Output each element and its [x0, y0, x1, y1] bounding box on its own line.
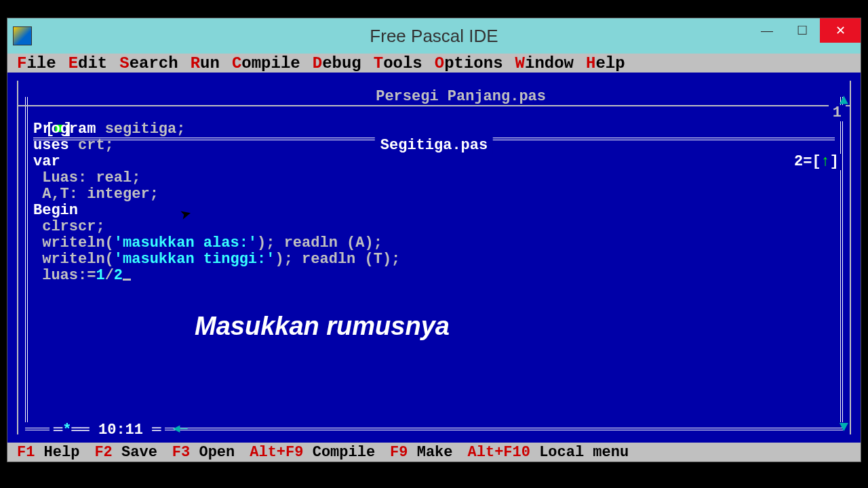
background-tab-label: Persegi Panjang.pas [370, 88, 551, 105]
text-cursor [123, 279, 131, 281]
menu-edit[interactable]: Edit [68, 54, 108, 73]
code-token: crt; [78, 137, 114, 154]
code-token: ; [176, 121, 185, 138]
menu-compile[interactable]: Compile [232, 54, 300, 73]
code-token: / [105, 267, 114, 284]
window-controls: — ☐ ✕ [749, 18, 861, 43]
close-button[interactable]: ✕ [820, 18, 861, 43]
code-token: uses [33, 137, 78, 154]
code-token: segitiga [105, 121, 177, 138]
code-token: ); readln (T); [275, 251, 400, 268]
titlebar[interactable]: Free Pascal IDE — ☐ ✕ [7, 18, 861, 54]
code-token: writeln( [33, 235, 114, 251]
menu-run[interactable]: Run [191, 54, 220, 73]
code-line: Luas: real; [33, 169, 140, 186]
code-number: 2 [114, 267, 123, 284]
overlay-caption: Masukkan rumusnya [195, 318, 450, 334]
menu-window[interactable]: Window [515, 54, 574, 73]
app-window: Free Pascal IDE — ☐ ✕ File Edit Search R… [7, 18, 861, 462]
editor-area[interactable]: Persegi Panjang.pas 1 [■] Segitiga.pas 2… [7, 73, 861, 443]
maximize-button[interactable]: ☐ [785, 18, 820, 43]
minimize-button[interactable]: — [749, 18, 785, 43]
tab-zoom-box[interactable]: 2=[↑] [791, 154, 842, 170]
window-title: Free Pascal IDE [370, 26, 498, 47]
code-line: A,T: integer; [33, 186, 159, 203]
status-open[interactable]: F3 Open [172, 444, 235, 461]
code-token: writeln( [33, 251, 114, 268]
code-token: var [33, 153, 60, 170]
background-tab-number: 1 [829, 105, 846, 121]
code-content[interactable]: Program segitiga; uses crt; var Luas: re… [33, 105, 400, 284]
code-number: 1 [96, 267, 104, 284]
app-icon [13, 26, 32, 45]
status-help[interactable]: F1 Help [17, 444, 79, 461]
status-local-menu[interactable]: Alt+F10 Local menu [468, 444, 629, 461]
menu-file[interactable]: File [17, 54, 56, 73]
scroll-left-icon[interactable]: ◄─ [173, 421, 188, 437]
cursor-position: ═*══ 10:11 ═ [50, 422, 165, 439]
menu-debug[interactable]: Debug [313, 54, 361, 73]
menu-help[interactable]: Help [586, 54, 625, 73]
code-line: clrscr; [33, 218, 105, 235]
code-token: luas:= [33, 267, 96, 284]
code-token: Program [33, 121, 105, 138]
scroll-corner-icon[interactable]: ▼ [840, 420, 848, 436]
status-make[interactable]: F9 Make [390, 444, 452, 461]
menu-options[interactable]: Options [435, 54, 503, 73]
code-string: 'masukkan alas:' [114, 235, 257, 251]
menu-tools[interactable]: Tools [374, 54, 422, 73]
menubar: File Edit Search Run Compile Debug Tools… [7, 54, 861, 73]
status-compile[interactable]: Alt+F9 Compile [250, 444, 375, 461]
code-token: Begin [33, 202, 78, 219]
status-save[interactable]: F2 Save [94, 444, 157, 461]
menu-search[interactable]: Search [119, 54, 178, 73]
statusbar: F1 Help F2 Save F3 Open Alt+F9 Compile F… [7, 443, 861, 462]
code-string: 'masukkan tinggi:' [114, 251, 275, 268]
code-token: ); readln (A); [257, 235, 382, 251]
